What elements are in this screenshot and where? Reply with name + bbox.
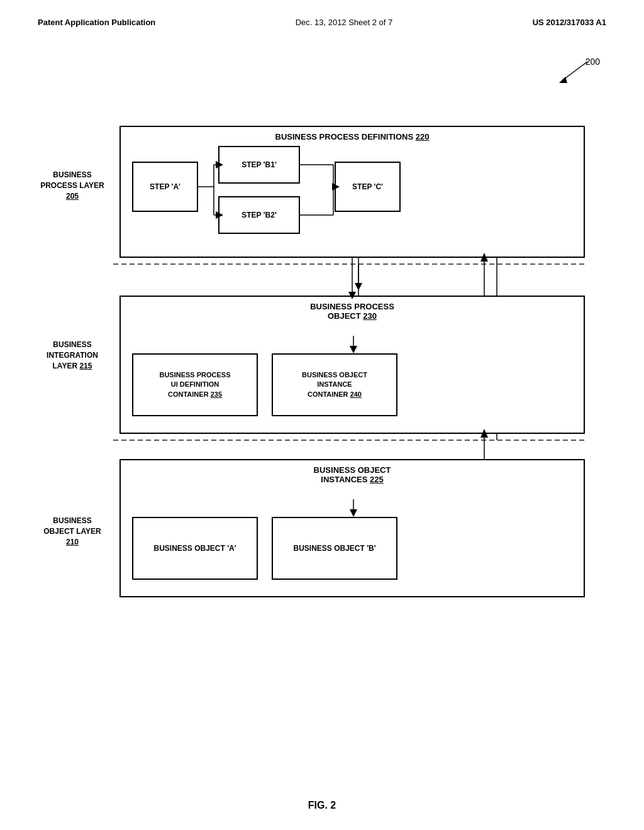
boic-box: BUSINESS OBJECTINSTANCECONTAINER 240 xyxy=(272,353,397,416)
business-object-layer-label: BUSINESSOBJECT LAYER210 xyxy=(38,516,107,547)
bp-layer-text: BUSINESSPROCESS LAYER205 xyxy=(38,170,107,201)
header-left: Patent Application Publication xyxy=(38,18,155,27)
bp-layer-num: 205 xyxy=(66,192,79,201)
svg-marker-27 xyxy=(216,161,223,169)
svg-marker-40 xyxy=(350,509,357,517)
bpd-outer-box: BUSINESS PROCESS DEFINITIONS 220 STEP 'A… xyxy=(119,126,585,258)
bpd-inner-arrows xyxy=(121,127,584,257)
ref-200-label: 200 xyxy=(586,57,600,67)
svg-line-0 xyxy=(562,62,587,80)
boic-label: BUSINESS OBJECTINSTANCECONTAINER 240 xyxy=(302,370,367,399)
bi-layer-text: BUSINESSINTEGRATIONLAYER 215 xyxy=(38,340,107,371)
bo-layer-text: BUSINESSOBJECT LAYER210 xyxy=(38,516,107,547)
header-center: Dec. 13, 2012 Sheet 2 of 7 xyxy=(296,18,393,27)
svg-marker-36 xyxy=(332,183,340,191)
svg-marker-11 xyxy=(355,283,362,290)
bo-b-box: BUSINESS OBJECT 'B' xyxy=(272,517,397,580)
header-right: US 2012/317033 A1 xyxy=(533,18,606,27)
bpuic-num: 235 xyxy=(211,390,222,398)
fig-label: FIG. 2 xyxy=(308,800,336,811)
ref-200-area: 200 xyxy=(537,57,600,90)
page-header: Patent Application Publication Dec. 13, … xyxy=(0,0,644,27)
diagram-area: 200 xyxy=(38,50,606,755)
business-process-layer-label: BUSINESSPROCESS LAYER205 xyxy=(38,170,107,201)
bo-layer-num: 210 xyxy=(66,538,79,546)
bi-layer-num: 215 xyxy=(79,362,92,370)
svg-marker-30 xyxy=(216,211,223,219)
boi-outer-box: BUSINESS OBJECTINSTANCES 225 BUSINESS OB… xyxy=(119,459,585,597)
svg-marker-38 xyxy=(350,346,357,353)
bpuic-label: BUSINESS PROCESSUI DEFINITIONCONTAINER 2… xyxy=(159,370,230,399)
business-integration-layer-label: BUSINESSINTEGRATIONLAYER 215 xyxy=(38,340,107,371)
bo-b-label: BUSINESS OBJECT 'B' xyxy=(293,543,375,554)
bo-a-box: BUSINESS OBJECT 'A' xyxy=(132,517,258,580)
bo-a-label: BUSINESS OBJECT 'A' xyxy=(153,543,236,554)
bpuic-box: BUSINESS PROCESSUI DEFINITIONCONTAINER 2… xyxy=(132,353,258,416)
bpo-outer-box: BUSINESS PROCESSOBJECT 230 BUSINESS PROC… xyxy=(119,296,585,434)
boic-num: 240 xyxy=(350,390,362,398)
